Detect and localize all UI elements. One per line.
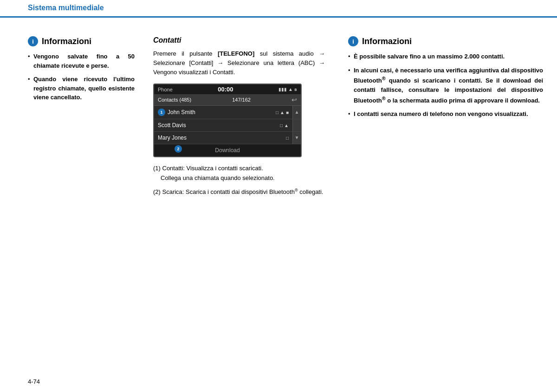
back-icon: ↩ bbox=[291, 96, 297, 103]
phone-time: 00:00 bbox=[218, 86, 233, 93]
note-2-text: Scarica: Scarica i contatti dai disposit… bbox=[162, 188, 324, 195]
mobile-icon: ■ bbox=[286, 110, 289, 115]
left-info-list: Vengono salvate fino a 50 chiamate ricev… bbox=[28, 52, 135, 102]
contact-name-mary: Mary Jones bbox=[158, 135, 187, 141]
page-section-title: Sistema multimediale bbox=[28, 4, 104, 12]
list-item: Vengono salvate fino a 50 chiamate ricev… bbox=[28, 52, 135, 70]
list-item-text: Vengono salvate fino a 50 chiamate ricev… bbox=[33, 53, 135, 69]
bluetooth-icon: ʙ bbox=[294, 87, 297, 92]
download-row: 2 Download bbox=[154, 144, 301, 156]
phone-icon-3: □ bbox=[286, 135, 289, 141]
scroll-down-icon[interactable]: ▼ bbox=[295, 135, 299, 140]
contatti-description: Premere il pulsante [TELEFONO] sul siste… bbox=[153, 49, 325, 77]
right-info-title: Informazioni bbox=[362, 37, 412, 46]
center-column: Contatti Premere il pulsante [TELEFONO] … bbox=[149, 18, 334, 392]
download-button-label[interactable]: Download bbox=[215, 147, 240, 154]
page-number: 4-74 bbox=[28, 378, 40, 385]
contacts-label: Contacts (485) bbox=[158, 97, 191, 103]
note-1: (1) Contatti: Visualizza i contatti scar… bbox=[153, 164, 325, 182]
right-info-icon: i bbox=[348, 36, 358, 46]
left-info-header: i Informazioni bbox=[28, 36, 135, 46]
list-item-text: Quando viene ricevuto l'ultimo registro … bbox=[33, 76, 135, 101]
note-1-text: Contatti: Visualizza i contatti scaricat… bbox=[162, 165, 263, 172]
phone-icon: □ bbox=[276, 110, 278, 115]
phone-icon-2: □ bbox=[280, 123, 283, 128]
phone-subheader: Contacts (485) 147/162 ↩ bbox=[154, 94, 301, 106]
list-item-2: In alcuni casi, è necessario una verific… bbox=[348, 66, 543, 105]
phone-screen: Phone 00:00 ▮▮▮ ▲ ʙ Contacts (485) 147/1… bbox=[153, 84, 302, 157]
list-item: Quando viene ricevuto l'ultimo registro … bbox=[28, 75, 135, 102]
note-2-number: (2) bbox=[153, 188, 162, 195]
contact-row-john-smith: 1 John Smith □ ▲ ■ ▲ bbox=[154, 106, 301, 119]
list-item-3: I contatti senza numero di telefono non … bbox=[348, 109, 543, 119]
list-item-2-text: In alcuni casi, è necessario una verific… bbox=[354, 67, 543, 104]
contact-row-scott-davis: Scott Davis □ ▲ bbox=[154, 119, 301, 132]
battery-icon: ▮▮▮ bbox=[278, 87, 287, 92]
phone-header: Phone 00:00 ▮▮▮ ▲ ʙ bbox=[154, 84, 301, 94]
note-1-number: (1) bbox=[153, 165, 162, 172]
contact-name-scott: Scott Davis bbox=[158, 122, 186, 129]
list-item-1: È possibile salvare fino a un massimo 2.… bbox=[348, 52, 543, 61]
right-info-box: i Informazioni È possibile salvare fino … bbox=[348, 36, 543, 119]
left-info-title: Informazioni bbox=[42, 37, 91, 46]
note-2: (2) Scarica: Scarica i contatti dai disp… bbox=[153, 187, 325, 197]
list-item-3-text: I contatti senza numero di telefono non … bbox=[354, 110, 528, 117]
contact-badge-1: 1 bbox=[158, 109, 165, 116]
left-info-icon: i bbox=[28, 36, 38, 46]
scroll-up-icon[interactable]: ▲ bbox=[295, 110, 299, 115]
contact-name-john: John Smith bbox=[168, 109, 195, 116]
phone-status-icons: ▮▮▮ ▲ ʙ bbox=[278, 87, 297, 92]
header-bar: Sistema multimediale bbox=[0, 0, 557, 18]
telefono-keyword: [TELEFONO] bbox=[218, 50, 254, 57]
contacts-count: 147/162 bbox=[232, 97, 251, 103]
home-icon: ▲ bbox=[280, 110, 285, 115]
left-info-box: i Informazioni Vengono salvate fino a 50… bbox=[28, 36, 135, 102]
contatti-title: Contatti bbox=[153, 36, 325, 45]
signal-icon: ▲ bbox=[288, 87, 293, 92]
download-badge: 2 bbox=[175, 145, 182, 153]
note-1-subtext: Collega una chiamata quando selezionato. bbox=[153, 174, 275, 183]
left-column: i Informazioni Vengono salvate fino a 50… bbox=[0, 18, 149, 392]
home-icon-2: ▲ bbox=[284, 123, 289, 128]
notes-section: (1) Contatti: Visualizza i contatti scar… bbox=[153, 164, 325, 197]
right-info-header: i Informazioni bbox=[348, 36, 543, 46]
right-info-list: È possibile salvare fino a un massimo 2.… bbox=[348, 52, 543, 119]
main-content: i Informazioni Vengono salvate fino a 50… bbox=[0, 18, 557, 392]
right-column: i Informazioni È possibile salvare fino … bbox=[334, 18, 557, 392]
contact-row-mary-jones: Mary Jones □ ▼ bbox=[154, 132, 301, 144]
list-item-1-text: È possibile salvare fino a un massimo 2.… bbox=[354, 53, 505, 60]
phone-label: Phone bbox=[158, 87, 173, 92]
